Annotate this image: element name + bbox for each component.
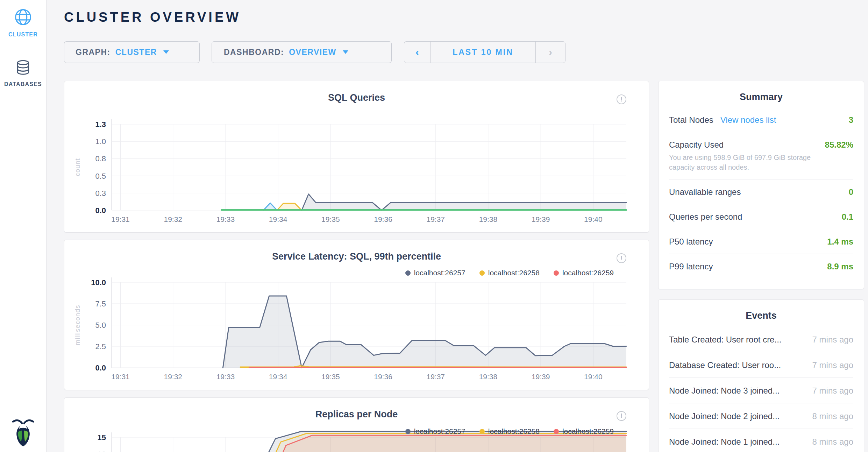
event-row: Node Joined: Node 3 joined...7 mins ago bbox=[669, 378, 853, 403]
legend-item[interactable]: localhost:26258 bbox=[479, 427, 540, 436]
legend-item[interactable]: localhost:26259 bbox=[554, 427, 614, 436]
legend-item[interactable]: localhost:26257 bbox=[405, 269, 465, 277]
summary-value: 8.9 ms bbox=[827, 262, 853, 271]
chevron-down-icon bbox=[343, 50, 348, 54]
svg-text:0.0: 0.0 bbox=[95, 206, 106, 215]
summary-label: Unavailable ranges bbox=[669, 187, 741, 197]
summary-label: P99 latency bbox=[669, 262, 713, 271]
graph-dropdown-value: CLUSTER bbox=[115, 48, 157, 57]
svg-text:7.5: 7.5 bbox=[95, 299, 106, 308]
legend-dot bbox=[554, 270, 559, 276]
time-range-selector: ‹ LAST 10 MIN › bbox=[404, 41, 565, 63]
events-title: Events bbox=[669, 310, 853, 321]
svg-text:10.0: 10.0 bbox=[91, 278, 106, 287]
legend-dot bbox=[479, 270, 485, 276]
svg-text:19:40: 19:40 bbox=[584, 373, 603, 381]
sidebar: CLUSTER DATABASES bbox=[0, 0, 47, 452]
event-title: Node Joined: Node 1 joined... bbox=[669, 437, 780, 447]
legend-label: localhost:26258 bbox=[488, 269, 540, 277]
time-range-label[interactable]: LAST 10 MIN bbox=[431, 42, 535, 63]
sidebar-item-databases[interactable]: DATABASES bbox=[0, 59, 46, 87]
summary-row-capacity: Capacity Used 85.82% You are using 598.9… bbox=[669, 132, 853, 179]
svg-text:0.5: 0.5 bbox=[95, 172, 106, 181]
summary-label: Capacity Used bbox=[669, 140, 724, 150]
summary-label: Queries per second bbox=[669, 212, 742, 222]
svg-text:19:31: 19:31 bbox=[111, 215, 130, 223]
chart-card-service-latency: 19:3119:3219:3319:3419:3519:3619:3719:38… bbox=[64, 240, 649, 390]
event-row: Node Joined: Node 2 joined...8 mins ago bbox=[669, 403, 853, 429]
sidebar-item-label: CLUSTER bbox=[8, 31, 38, 38]
summary-value: 0 bbox=[849, 187, 853, 197]
sidebar-item-label: DATABASES bbox=[4, 81, 42, 87]
event-title: Table Created: User root cre... bbox=[669, 335, 781, 345]
svg-text:19:39: 19:39 bbox=[532, 373, 550, 381]
svg-text:19:37: 19:37 bbox=[426, 373, 445, 381]
event-time: 7 mins ago bbox=[806, 335, 853, 345]
legend-dot bbox=[554, 429, 559, 434]
event-row: Database Created: User roo...7 mins ago bbox=[669, 352, 853, 378]
summary-row-p99: P99 latency 8.9 ms bbox=[669, 254, 853, 278]
svg-text:count: count bbox=[74, 158, 81, 176]
chart-legend: localhost:26257localhost:26258localhost:… bbox=[405, 427, 614, 436]
summary-value: 0.1 bbox=[842, 212, 853, 222]
event-time: 8 mins ago bbox=[806, 411, 853, 421]
globe-icon bbox=[14, 8, 33, 28]
summary-row-unavailable-ranges: Unavailable ranges 0 bbox=[669, 179, 853, 204]
legend-dot bbox=[479, 429, 485, 434]
graph-dropdown[interactable]: GRAPH: CLUSTER bbox=[64, 41, 200, 63]
sql-queries-chart[interactable]: 19:3119:3219:3319:3419:3519:3619:3719:38… bbox=[64, 81, 649, 232]
legend-item[interactable]: localhost:26258 bbox=[479, 269, 540, 277]
info-icon[interactable]: ! bbox=[617, 253, 626, 263]
svg-text:19:34: 19:34 bbox=[269, 373, 287, 381]
dashboard-dropdown[interactable]: DASHBOARD: OVERVIEW bbox=[212, 41, 392, 63]
svg-text:1.3: 1.3 bbox=[95, 120, 106, 129]
legend-item[interactable]: localhost:26257 bbox=[405, 427, 465, 436]
chart-card-replicas-per-node: 19:3119:3219:3319:3419:3519:3619:3719:38… bbox=[64, 397, 649, 452]
summary-label: P50 latency bbox=[669, 237, 713, 247]
svg-text:5.0: 5.0 bbox=[95, 321, 106, 330]
summary-title: Summary bbox=[669, 92, 853, 103]
event-time: 8 mins ago bbox=[806, 437, 853, 447]
service-latency-chart[interactable]: 19:3119:3219:3319:3419:3519:3619:3719:38… bbox=[64, 240, 649, 390]
svg-text:0.8: 0.8 bbox=[95, 154, 106, 163]
graph-dropdown-label: GRAPH: bbox=[76, 48, 111, 57]
chart-title: Service Latency: SQL, 99th percentile bbox=[64, 251, 649, 262]
sidebar-item-cluster[interactable]: CLUSTER bbox=[0, 8, 46, 38]
svg-text:19:36: 19:36 bbox=[374, 373, 392, 381]
svg-text:1.0: 1.0 bbox=[95, 137, 106, 146]
summary-value: 3 bbox=[849, 115, 853, 125]
svg-text:19:40: 19:40 bbox=[584, 215, 603, 223]
chevron-down-icon bbox=[163, 50, 169, 54]
legend-label: localhost:26257 bbox=[414, 427, 465, 436]
chevron-right-icon: › bbox=[549, 46, 552, 58]
legend-item[interactable]: localhost:26259 bbox=[554, 269, 614, 277]
svg-text:0.0: 0.0 bbox=[95, 363, 106, 372]
time-range-next-button[interactable]: › bbox=[535, 42, 565, 63]
svg-text:19:32: 19:32 bbox=[164, 373, 182, 381]
chart-title: SQL Queries bbox=[64, 92, 649, 103]
legend-label: localhost:26257 bbox=[414, 269, 465, 277]
svg-text:15: 15 bbox=[98, 433, 106, 442]
svg-text:19:37: 19:37 bbox=[426, 215, 445, 223]
chart-card-sql-queries: 19:3119:3219:3319:3419:3519:3619:3719:38… bbox=[64, 81, 649, 233]
svg-text:19:35: 19:35 bbox=[321, 215, 340, 223]
dashboard-dropdown-label: DASHBOARD: bbox=[224, 48, 284, 57]
svg-text:19:33: 19:33 bbox=[216, 215, 235, 223]
event-title: Node Joined: Node 3 joined... bbox=[669, 386, 780, 396]
event-title: Node Joined: Node 2 joined... bbox=[669, 411, 780, 421]
time-range-prev-button[interactable]: ‹ bbox=[404, 42, 431, 63]
summary-value: 85.82% bbox=[825, 140, 853, 150]
dashboard-dropdown-value: OVERVIEW bbox=[289, 48, 336, 57]
summary-panel: Summary Total Nodes View nodes list 3 Ca… bbox=[658, 81, 864, 289]
view-nodes-list-link[interactable]: View nodes list bbox=[720, 115, 776, 125]
replicas-per-node-chart[interactable]: 19:3119:3219:3319:3419:3519:3619:3719:38… bbox=[64, 398, 649, 452]
info-icon[interactable]: ! bbox=[617, 94, 626, 104]
info-icon[interactable]: ! bbox=[617, 411, 626, 421]
svg-text:19:32: 19:32 bbox=[164, 215, 182, 223]
events-panel: Events Table Created: User root cre...7 … bbox=[658, 299, 864, 452]
svg-text:19:33: 19:33 bbox=[216, 373, 235, 381]
svg-text:19:35: 19:35 bbox=[321, 373, 340, 381]
svg-text:13: 13 bbox=[98, 450, 106, 452]
svg-text:19:38: 19:38 bbox=[479, 215, 498, 223]
svg-text:milliseconds: milliseconds bbox=[74, 305, 81, 345]
